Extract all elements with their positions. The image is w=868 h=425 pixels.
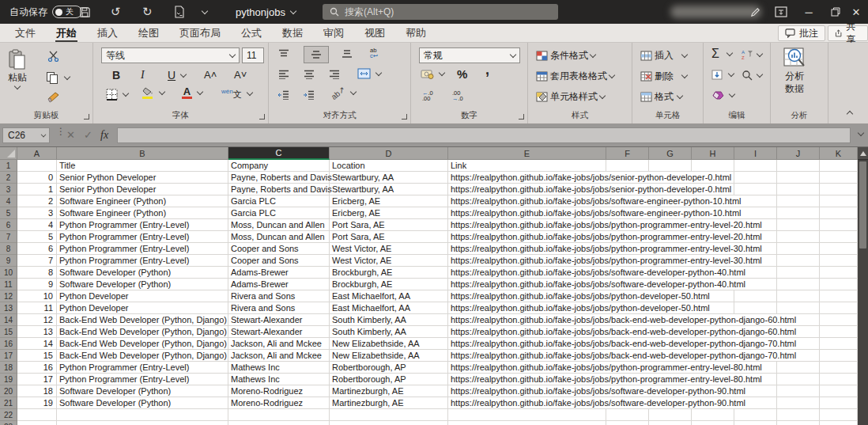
- cell-j3[interactable]: [777, 184, 820, 195]
- number-dialog-launcher[interactable]: [519, 114, 524, 120]
- cell-c20[interactable]: Moreno-Rodriguez: [228, 385, 330, 397]
- cell-c6[interactable]: Moss, Duncan and Allen: [228, 219, 330, 231]
- comma-style-button[interactable]: ,: [485, 66, 489, 74]
- phonetic-guide-button[interactable]: wén文: [221, 88, 252, 101]
- cell-k4[interactable]: [820, 195, 858, 207]
- tab-insert[interactable]: 插入: [87, 24, 128, 43]
- cell-d16[interactable]: New Elizabethside, AA: [330, 338, 448, 350]
- tab-home[interactable]: 开始: [46, 24, 87, 43]
- cell-j4[interactable]: [777, 195, 820, 207]
- conditional-formatting-button[interactable]: 条件格式: [536, 49, 595, 63]
- cell-c17[interactable]: Jackson, Ali and Mckee: [228, 350, 330, 362]
- font-name-select[interactable]: 等线: [101, 47, 240, 63]
- cell-k2[interactable]: [820, 172, 858, 184]
- cell-e6[interactable]: https://realpython.github.io/fake-jobs/j…: [448, 219, 606, 231]
- cell-a15[interactable]: 13: [17, 326, 57, 338]
- cell-b17[interactable]: Back-End Web Developer (Python, Django): [57, 350, 228, 362]
- cell-j10[interactable]: [777, 267, 820, 279]
- column-header-a[interactable]: A: [17, 147, 57, 160]
- cell-a16[interactable]: 14: [17, 338, 57, 350]
- row-header-12[interactable]: 12: [0, 290, 17, 302]
- cell-styles-button[interactable]: 单元格样式: [536, 90, 605, 104]
- decrease-indent-button[interactable]: [278, 90, 289, 100]
- cell-e1[interactable]: Link: [448, 160, 606, 172]
- row-header-10[interactable]: 10: [0, 267, 17, 279]
- cell-b6[interactable]: Python Programmer (Entry-Level): [57, 219, 228, 231]
- cell-d10[interactable]: Brockburgh, AE: [330, 267, 448, 279]
- increase-indent-button[interactable]: [304, 90, 315, 100]
- cell-d22[interactable]: [330, 409, 448, 421]
- cell-i23[interactable]: [734, 421, 777, 425]
- cell-d8[interactable]: West Victor, AE: [330, 243, 448, 255]
- row-header-20[interactable]: 20: [0, 385, 17, 397]
- cell-c8[interactable]: Cooper and Sons: [228, 243, 330, 255]
- column-header-f[interactable]: F: [606, 147, 649, 160]
- row-header-2[interactable]: 2: [0, 172, 17, 184]
- inking-button[interactable]: [749, 0, 761, 24]
- align-left-button[interactable]: [278, 70, 289, 79]
- cell-f22[interactable]: [606, 409, 649, 421]
- cell-d4[interactable]: Ericberg, AE: [330, 195, 448, 207]
- cell-a1[interactable]: [17, 160, 57, 172]
- tab-view[interactable]: 视图: [354, 24, 395, 43]
- print-button[interactable]: [174, 0, 185, 24]
- align-middle-button[interactable]: [304, 46, 329, 63]
- cell-d6[interactable]: Port Sara, AE: [330, 219, 448, 231]
- cell-d11[interactable]: Brockburgh, AE: [330, 279, 448, 290]
- cell-e19[interactable]: https://realpython.github.io/fake-jobs/j…: [448, 374, 606, 385]
- cell-c23[interactable]: [228, 421, 330, 425]
- font-dialog-launcher[interactable]: [259, 114, 265, 120]
- row-header-13[interactable]: 13: [0, 302, 17, 314]
- tab-data[interactable]: 数据: [272, 24, 313, 43]
- cell-c3[interactable]: Payne, Roberts and Davis: [228, 184, 330, 195]
- cell-e8[interactable]: https://realpython.github.io/fake-jobs/j…: [448, 243, 606, 255]
- analyze-data-button[interactable]: 分析 数据: [783, 47, 806, 96]
- insert-cells-button[interactable]: 插入: [640, 49, 687, 63]
- expand-formula-bar-icon[interactable]: [858, 130, 864, 136]
- column-header-d[interactable]: D: [330, 147, 448, 160]
- cut-button[interactable]: [47, 51, 59, 62]
- cell-e7[interactable]: https://realpython.github.io/fake-jobs/j…: [448, 231, 606, 243]
- cell-a18[interactable]: 16: [17, 362, 57, 374]
- clipboard-dialog-launcher[interactable]: [84, 114, 89, 120]
- cell-c9[interactable]: Cooper and Sons: [228, 255, 330, 267]
- cell-k14[interactable]: [820, 314, 858, 326]
- cell-k6[interactable]: [820, 219, 858, 231]
- align-center-button[interactable]: [304, 70, 315, 79]
- format-painter-button[interactable]: [47, 92, 60, 104]
- row-header-23[interactable]: 23: [0, 421, 17, 425]
- cell-c16[interactable]: Jackson, Ali and Mckee: [228, 338, 330, 350]
- workbook-title[interactable]: pythonjobs: [236, 0, 296, 24]
- cell-j6[interactable]: [777, 219, 820, 231]
- cell-j9[interactable]: [777, 255, 820, 267]
- cell-b21[interactable]: Software Developer (Python): [57, 397, 228, 409]
- cell-e2[interactable]: https://realpython.github.io/fake-jobs/j…: [448, 172, 606, 184]
- cell-a4[interactable]: 2: [17, 195, 57, 207]
- cell-b19[interactable]: Python Programmer (Entry-Level): [57, 374, 228, 385]
- cell-j18[interactable]: [777, 362, 820, 374]
- scrollbar-thumb[interactable]: [859, 161, 866, 249]
- cell-k22[interactable]: [820, 409, 858, 421]
- cell-e4[interactable]: https://realpython.github.io/fake-jobs/j…: [448, 195, 606, 207]
- cell-i22[interactable]: [734, 409, 777, 421]
- cell-j1[interactable]: [777, 160, 820, 172]
- cell-k9[interactable]: [820, 255, 858, 267]
- cell-c10[interactable]: Adams-Brewer: [228, 267, 330, 279]
- cell-j21[interactable]: [777, 397, 820, 409]
- cell-b7[interactable]: Python Programmer (Entry-Level): [57, 231, 228, 243]
- cell-b11[interactable]: Software Developer (Python): [57, 279, 228, 290]
- row-header-8[interactable]: 8: [0, 243, 17, 255]
- row-header-18[interactable]: 18: [0, 362, 17, 374]
- cell-c19[interactable]: Mathews Inc: [228, 374, 330, 385]
- cell-b12[interactable]: Python Developer: [57, 290, 228, 302]
- cell-h22[interactable]: [692, 409, 734, 421]
- cell-d1[interactable]: Location: [330, 160, 448, 172]
- cell-j23[interactable]: [777, 421, 820, 425]
- shrink-font-button[interactable]: A˅: [234, 69, 247, 81]
- name-box[interactable]: C26: [2, 127, 50, 143]
- row-header-9[interactable]: 9: [0, 255, 17, 267]
- cell-d13[interactable]: East Michaelfort, AA: [330, 302, 448, 314]
- row-header-1[interactable]: 1: [0, 160, 17, 172]
- share-button[interactable]: 共享: [828, 25, 868, 41]
- sort-filter-button[interactable]: AZ: [742, 49, 762, 60]
